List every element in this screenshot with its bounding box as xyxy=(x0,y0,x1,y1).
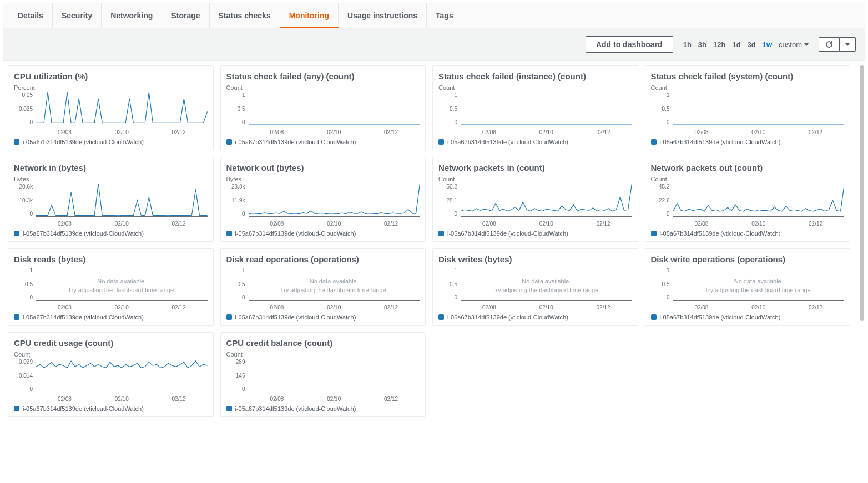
legend-label: i-05a67b314df5139de (vticloud-CloudWatch… xyxy=(23,314,144,321)
chart-unit: Count xyxy=(14,351,208,358)
chart-legend: i-05a67b314df5139de (vticloud-CloudWatch… xyxy=(438,139,632,145)
tab-usage-instructions[interactable]: Usage instructions xyxy=(339,3,427,28)
no-data-message: No data available.Try adjusting the dash… xyxy=(461,271,632,301)
chart-legend: i-05a67b314df5139de (vticloud-CloudWatch… xyxy=(14,405,208,412)
x-axis-ticks: 02/0802/1002/12 xyxy=(461,221,632,227)
time-range-custom[interactable]: custom xyxy=(779,40,809,49)
time-range-12h[interactable]: 12h xyxy=(713,40,725,49)
chart-actions xyxy=(819,37,856,52)
legend-swatch xyxy=(14,139,19,145)
legend-label: i-05a67b314df5139de (vticloud-CloudWatch… xyxy=(23,139,144,145)
plot-body xyxy=(249,92,420,125)
chart-title: CPU credit balance (count) xyxy=(226,338,420,348)
x-axis-ticks: 02/0802/1002/12 xyxy=(461,129,632,135)
chart-plot[interactable]: 50.225.1002/0802/1002/12 xyxy=(438,184,632,227)
chart-title: CPU credit usage (count) xyxy=(14,338,208,348)
chart-unit: Count xyxy=(651,84,845,91)
chart-plot[interactable]: 10.5002/0802/1002/12 xyxy=(226,92,420,135)
chart-title: Status check failed (instance) (count) xyxy=(438,72,632,81)
time-range-3h[interactable]: 3h xyxy=(698,40,706,49)
tab-details[interactable]: Details xyxy=(9,3,53,28)
x-axis-ticks: 02/0802/1002/12 xyxy=(673,304,845,311)
legend-swatch xyxy=(226,139,232,145)
chart-card-0: CPU utilization (%)Percent0.050.025002/0… xyxy=(8,65,214,150)
plot-body xyxy=(461,92,632,125)
tab-monitoring[interactable]: Monitoring xyxy=(280,3,339,28)
chart-plot[interactable]: 10.50No data available.Try adjusting the… xyxy=(438,267,632,311)
chart-title: Network in (bytes) xyxy=(14,163,208,172)
add-to-dashboard-button[interactable]: Add to dashboard xyxy=(586,36,673,53)
chart-unit: Count xyxy=(651,176,845,182)
chart-legend: i-05a67b314df5139de (vticloud-CloudWatch… xyxy=(226,314,420,321)
chart-card-11: Disk write operations (operations)10.50N… xyxy=(645,248,851,326)
y-axis-ticks: 50.225.10 xyxy=(438,184,457,217)
tab-tags[interactable]: Tags xyxy=(427,3,462,28)
time-range-3d[interactable]: 3d xyxy=(748,40,756,49)
legend-swatch xyxy=(651,139,657,145)
chart-title: Network packets out (count) xyxy=(651,163,845,172)
x-axis-ticks: 02/0802/1002/12 xyxy=(673,129,845,135)
y-axis-ticks: 0.0290.0140 xyxy=(14,359,33,392)
chart-unit: Bytes xyxy=(226,176,420,182)
chart-unit: Count xyxy=(226,351,420,358)
chart-legend: i-05a67b314df5139de (vticloud-CloudWatch… xyxy=(438,230,632,237)
chart-card-5: Network out (bytes)Bytes23.8k11.9k002/08… xyxy=(220,157,426,242)
chart-plot[interactable]: 20.6k10.3k002/0802/1002/12 xyxy=(14,184,208,227)
y-axis-ticks: 45.222.60 xyxy=(651,184,670,217)
chart-unit: Bytes xyxy=(14,176,208,182)
legend-label: i-05a67b314df5139de (vticloud-CloudWatch… xyxy=(447,314,568,321)
chart-plot[interactable]: 0.050.025002/0802/1002/12 xyxy=(14,92,208,135)
chart-unit: Count xyxy=(438,84,632,91)
legend-swatch xyxy=(651,231,657,236)
legend-label: i-05a67b314df5139de (vticloud-CloudWatch… xyxy=(660,139,781,145)
plot-body xyxy=(249,359,420,392)
chart-title: Status check failed (any) (count) xyxy=(226,72,420,81)
x-axis-ticks: 02/0802/1002/12 xyxy=(673,221,845,227)
chart-card-3: Status check failed (system) (count)Coun… xyxy=(645,65,851,150)
legend-label: i-05a67b314df5139de (vticloud-CloudWatch… xyxy=(235,230,356,237)
chart-legend: i-05a67b314df5139de (vticloud-CloudWatch… xyxy=(14,139,208,145)
chart-plot[interactable]: 0.0290.014002/0802/1002/12 xyxy=(14,359,208,402)
time-range-1w[interactable]: 1w xyxy=(763,40,772,49)
legend-label: i-05a67b314df5139de (vticloud-CloudWatch… xyxy=(447,139,568,145)
x-axis-ticks: 02/0802/1002/12 xyxy=(461,304,632,311)
chart-title: Disk writes (bytes) xyxy=(438,255,632,264)
chevron-down-icon xyxy=(804,43,809,46)
refresh-button[interactable] xyxy=(819,37,840,52)
chart-plot[interactable]: 10.5002/0802/1002/12 xyxy=(438,92,632,135)
tab-networking[interactable]: Networking xyxy=(102,3,162,28)
time-range-1d[interactable]: 1d xyxy=(732,40,740,49)
chart-menu-button[interactable] xyxy=(840,37,856,52)
no-data-message: No data available.Try adjusting the dash… xyxy=(673,271,845,301)
chart-unit: Count xyxy=(438,176,632,182)
tab-storage[interactable]: Storage xyxy=(162,3,209,28)
plot-body xyxy=(36,184,208,217)
chart-legend: i-05a67b314df5139de (vticloud-CloudWatch… xyxy=(226,405,420,412)
time-range-1h[interactable]: 1h xyxy=(683,40,692,49)
legend-label: i-05a67b314df5139de (vticloud-CloudWatch… xyxy=(447,230,568,237)
chart-legend: i-05a67b314df5139de (vticloud-CloudWatch… xyxy=(438,314,632,321)
chart-card-9: Disk read operations (operations)10.50No… xyxy=(220,248,426,326)
chart-plot[interactable]: 289145002/0802/1002/12 xyxy=(226,359,420,402)
legend-swatch xyxy=(226,314,232,320)
chart-card-12: CPU credit usage (count)Count0.0290.0140… xyxy=(8,332,214,417)
chart-plot[interactable]: 23.8k11.9k002/0802/1002/12 xyxy=(226,184,420,227)
y-axis-ticks: 23.8k11.9k0 xyxy=(226,184,245,217)
chart-plot[interactable]: 10.5002/0802/1002/12 xyxy=(651,92,845,135)
chart-plot[interactable]: 10.50No data available.Try adjusting the… xyxy=(226,267,420,311)
chart-title: Network out (bytes) xyxy=(226,163,420,172)
legend-swatch xyxy=(14,231,19,236)
scrollbar[interactable] xyxy=(860,65,864,321)
tab-status-checks[interactable]: Status checks xyxy=(210,3,280,28)
chart-plot[interactable]: 10.50No data available.Try adjusting the… xyxy=(651,267,845,311)
chart-title: Network packets in (count) xyxy=(438,163,632,172)
legend-label: i-05a67b314df5139de (vticloud-CloudWatch… xyxy=(235,405,356,412)
tab-security[interactable]: Security xyxy=(53,3,102,28)
legend-swatch xyxy=(226,406,232,411)
legend-label: i-05a67b314df5139de (vticloud-CloudWatch… xyxy=(23,230,144,237)
chart-plot[interactable]: 10.50No data available.Try adjusting the… xyxy=(14,267,208,311)
legend-label: i-05a67b314df5139de (vticloud-CloudWatch… xyxy=(660,230,781,237)
y-axis-ticks: 10.50 xyxy=(438,267,457,301)
legend-swatch xyxy=(226,231,232,236)
chart-plot[interactable]: 45.222.6002/0802/1002/12 xyxy=(651,184,845,227)
